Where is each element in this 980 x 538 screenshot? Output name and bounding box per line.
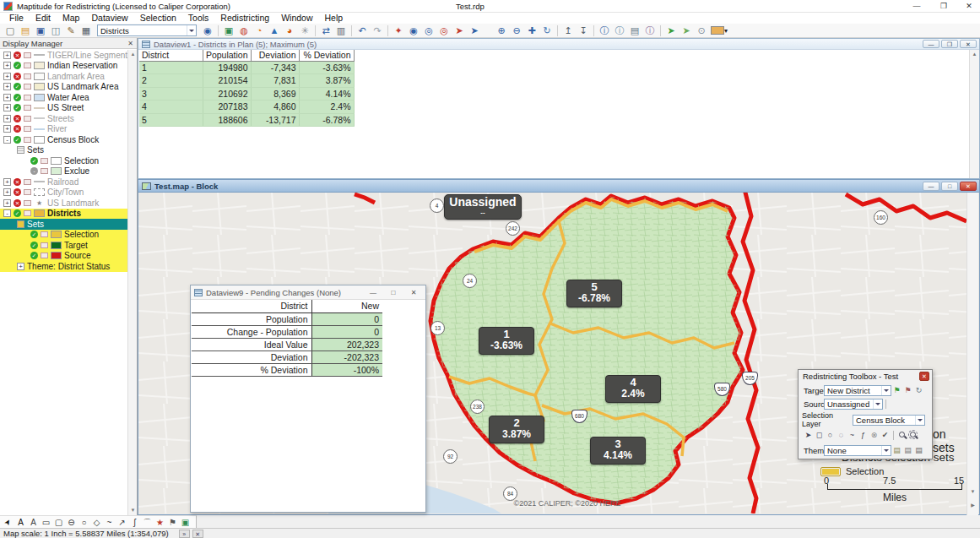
layer-row-districts[interactable]: -✓Districts xyxy=(0,209,127,220)
layer-visible-icon[interactable]: ✓ xyxy=(30,252,38,259)
edit-theme-icon[interactable]: ▤ xyxy=(913,445,924,455)
layer-visible-icon[interactable]: ✓ xyxy=(14,83,21,90)
symbol-icon[interactable]: ⚑ xyxy=(166,517,179,528)
info-find-icon[interactable]: ⓘ xyxy=(642,24,658,37)
districts-table-header[interactable]: DistrictPopulationDeviation% Deviation xyxy=(139,50,354,61)
layer-row-us-street[interactable]: +✓US Street xyxy=(0,103,127,114)
map-maximize-button[interactable]: □ xyxy=(941,182,958,191)
undo-icon[interactable]: ↶ xyxy=(355,24,370,37)
dataview1-close-button[interactable]: ✕ xyxy=(960,40,977,48)
rounded-rectangle-icon[interactable]: ▢ xyxy=(52,517,65,528)
labels-icon[interactable] xyxy=(24,189,31,195)
pending-minimize-button[interactable]: — xyxy=(364,287,382,298)
labels-icon[interactable] xyxy=(24,210,31,216)
zoom-icon[interactable] xyxy=(896,430,907,440)
pending-maximize-button[interactable]: □ xyxy=(384,287,403,298)
pending-close-button[interactable]: ✕ xyxy=(404,287,423,298)
curve-icon[interactable]: ʃ xyxy=(128,517,141,528)
pan-icon[interactable]: ✚ xyxy=(524,24,539,37)
target-circle-icon[interactable]: ◉ xyxy=(406,24,421,37)
labels-icon[interactable] xyxy=(24,137,31,143)
layer-style-combo[interactable]: Districts xyxy=(97,24,197,36)
star-icon[interactable]: ★ xyxy=(154,517,166,528)
pointer-icon[interactable]: ➤ xyxy=(803,430,814,440)
pending-changes-table[interactable]: District New Population0Change - Populat… xyxy=(192,300,382,377)
layer-visible-icon[interactable]: ✓ xyxy=(14,104,21,111)
layer-row-us-landmark[interactable]: +✕★US Landmark xyxy=(0,198,127,209)
layer-row-river[interactable]: +✕River xyxy=(0,124,127,135)
layer-visible-icon[interactable]: ✓ xyxy=(30,231,38,238)
new-map-icon[interactable]: ▣ xyxy=(221,24,236,37)
open-icon[interactable]: ▤ xyxy=(18,24,33,37)
collapse-icon[interactable]: - xyxy=(3,209,11,217)
column-header-deviation[interactable]: % Deviation xyxy=(299,50,354,61)
pending-row[interactable]: Population0 xyxy=(192,312,382,325)
zoom-select-icon[interactable]: ⊙ xyxy=(694,24,709,37)
layer-hidden-icon[interactable]: ✕ xyxy=(14,178,21,186)
chart-theme-icon[interactable]: ◕ xyxy=(282,24,297,37)
toolbox-close-button[interactable]: ✕ xyxy=(919,372,929,381)
labels-icon[interactable] xyxy=(24,95,31,101)
ellipse-icon[interactable]: ○ xyxy=(78,517,90,528)
arc-icon[interactable]: ⌒ xyxy=(141,517,154,528)
layer-row-us-landmark-area[interactable]: +✓US Landmark Area xyxy=(0,82,127,93)
layer-row-railroad[interactable]: +✕Railroad xyxy=(0,177,127,187)
scroll-up-icon[interactable]: ▲ xyxy=(128,50,138,59)
menu-tools[interactable]: Tools xyxy=(182,13,215,24)
previous-scale-icon[interactable]: ↥ xyxy=(560,24,576,37)
layer-visible-icon[interactable]: ✓ xyxy=(30,157,38,165)
save-theme-icon[interactable]: ▤ xyxy=(891,445,902,455)
formula-select-icon[interactable]: ƒ xyxy=(858,430,869,440)
layer-row-census-block[interactable]: -✓Census Block xyxy=(0,134,127,145)
layer-hidden-icon[interactable]: ✕ xyxy=(14,188,21,196)
chevron-down-icon[interactable]: ▾ xyxy=(724,27,728,35)
set-target-flag-icon[interactable]: ⚑ xyxy=(891,385,902,395)
labels-icon[interactable] xyxy=(24,105,31,111)
dataview1-minimize-button[interactable]: — xyxy=(923,40,939,48)
labels-icon[interactable] xyxy=(41,253,48,258)
text-icon[interactable]: A xyxy=(14,517,27,528)
scroll-down-icon[interactable]: ▼ xyxy=(967,487,978,497)
expand-icon[interactable]: + xyxy=(3,73,11,80)
set-source-flag-icon[interactable]: ⚑ xyxy=(902,385,913,395)
polyline-select-icon[interactable]: ~ xyxy=(847,430,858,440)
expand-icon[interactable]: + xyxy=(3,199,11,207)
status-close-button[interactable]: ✕ xyxy=(192,530,203,538)
menu-redistricting[interactable]: Redistricting xyxy=(214,13,275,24)
text-frame-icon[interactable]: A xyxy=(27,517,40,528)
layer-row-landmark-area[interactable]: +✕Landmark Area xyxy=(0,71,127,82)
expand-icon[interactable]: + xyxy=(3,83,11,90)
web-map-icon[interactable]: ◍ xyxy=(236,24,252,37)
selection-layer-combo[interactable]: Census Block xyxy=(853,415,925,426)
circle-icon[interactable]: ⊖ xyxy=(65,517,78,528)
layer-row-tiger-line-segment[interactable]: +✕TIGER/Line Segment xyxy=(0,50,127,61)
target-combo[interactable]: New District xyxy=(824,385,891,396)
map-minimize-button[interactable]: — xyxy=(923,182,939,191)
scroll-up-icon[interactable]: ▲ xyxy=(970,50,979,59)
toolbox-titlebar[interactable]: Redistricting Toolbox - Test ✕ xyxy=(799,370,932,382)
select-pointer-red-icon[interactable]: ➤ xyxy=(452,24,467,37)
expand-icon[interactable]: + xyxy=(3,178,11,186)
layer-row-selection[interactable]: ✓Selection xyxy=(0,230,127,241)
layer-hidden-icon[interactable]: ✕ xyxy=(14,52,21,59)
map-titlebar[interactable]: Test.map - Block — □ ✕ xyxy=(138,180,979,193)
labels-icon[interactable] xyxy=(24,62,31,68)
redraw-icon[interactable]: ↻ xyxy=(539,24,555,37)
freehand-icon[interactable]: ~ xyxy=(103,517,116,528)
layer-row-streets[interactable]: +✕Streets xyxy=(0,113,127,124)
pending-row[interactable]: Change - Population0 xyxy=(192,325,382,338)
layer-row-indian-reservation[interactable]: +✓Indian Reservation xyxy=(0,61,127,72)
menu-map[interactable]: Map xyxy=(57,13,85,24)
next-scale-icon[interactable]: ↧ xyxy=(576,24,591,37)
swap-target-source-icon[interactable]: ↻ xyxy=(913,385,924,395)
locate-icon[interactable]: ◎ xyxy=(436,24,452,37)
sidebar-scrollbar[interactable]: ▲ ▼ xyxy=(127,50,137,515)
labels-icon[interactable] xyxy=(41,242,48,248)
labels-icon[interactable] xyxy=(24,116,31,122)
labels-icon[interactable] xyxy=(41,168,48,174)
map-close-button[interactable]: ✕ xyxy=(960,182,977,191)
layer-row-sets[interactable]: Sets xyxy=(0,219,127,230)
window-minimize-button[interactable]: — xyxy=(905,0,929,12)
table-row[interactable]: 32106928,3694.14% xyxy=(139,87,354,101)
column-header-deviation[interactable]: Deviation xyxy=(251,50,299,61)
